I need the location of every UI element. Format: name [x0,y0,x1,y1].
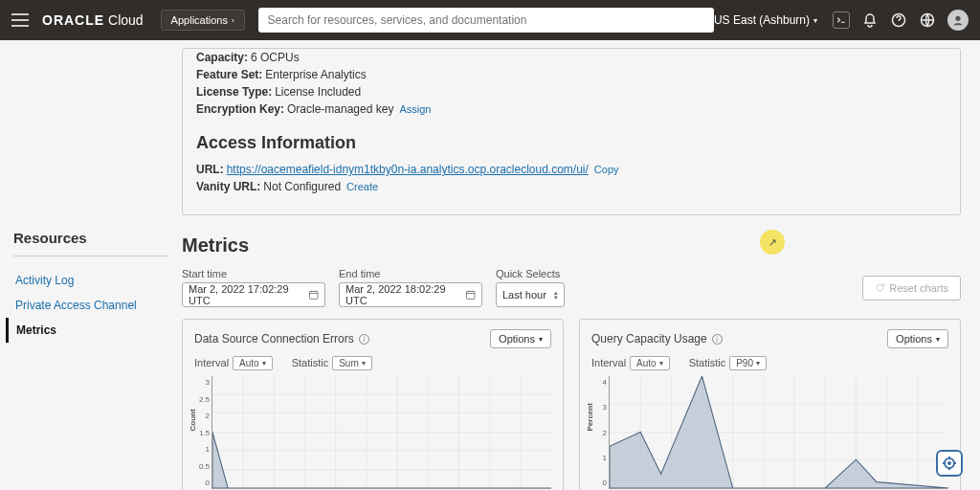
create-vanity-link[interactable]: Create [346,181,378,192]
license-row: License Type:License Included [183,83,960,100]
url-row: URL:https://oacemeafield-idnym1tkby0n-ia… [183,161,960,178]
svg-rect-4 [466,291,475,299]
menu-icon[interactable] [11,13,29,27]
info-icon[interactable]: i [712,334,723,345]
statistic-label: Statistic [689,357,726,368]
instance-url-link[interactable]: https://oacemeafield-idnym1tkby0n-ia.ana… [227,163,589,176]
sidebar-item-private-access[interactable]: Private Access Channel [13,293,168,318]
help-icon[interactable] [890,11,907,29]
chevron-down-icon: ▾ [936,335,940,344]
calendar-icon [308,289,319,301]
chevron-down-icon: ▾ [539,335,543,344]
encryption-row: Encryption Key:Oracle-managed keyAssign [183,100,960,118]
chart2-options-button[interactable]: Options▾ [887,329,948,348]
brand-logo: ORACLE Cloud [42,12,144,28]
svg-point-34 [947,461,951,465]
chart2-interval-select[interactable]: Auto▾ [630,356,670,370]
statistic-label: Statistic [292,357,329,368]
reset-charts-button[interactable]: Reset charts [862,276,961,301]
cloud-shell-icon[interactable] [833,11,850,29]
bell-icon[interactable] [861,11,879,29]
help-fab[interactable] [936,450,963,477]
search-input[interactable] [258,8,714,33]
metrics-heading: Metrics [182,234,961,256]
chart1-interval-select[interactable]: Auto▾ [233,356,273,370]
interval-label: Interval [194,357,229,368]
assign-link[interactable]: Assign [399,103,431,115]
cursor-highlight [760,230,785,255]
info-icon[interactable]: i [359,334,369,345]
chart-query-capacity: Query Capacity Usagei Options▾ IntervalA… [579,319,961,490]
sidebar: Resources Activity Log Private Access Ch… [0,40,182,490]
region-selector[interactable]: US East (Ashburn)▾ [714,13,817,27]
chart2-statistic-select[interactable]: P90▾ [729,356,767,370]
chart-data-source-errors: Data Source Connection Errorsi Options▾ … [182,319,564,490]
end-time-input[interactable]: Mar 2, 2022 18:02:29 UTC [339,282,482,307]
globe-icon[interactable] [919,11,936,29]
sidebar-item-metrics[interactable]: Metrics [6,318,168,343]
chart1-title: Data Source Connection Errors [194,332,354,345]
calendar-icon [465,289,476,301]
chart1-ylabel: Count [189,409,197,431]
chart1-plot-area[interactable]: 17:0517:1017:1517:2017:2517:3017:3517:40… [212,376,551,489]
chart2-plot-area[interactable]: 17:0517:1017:1517:2017:2517:3017:3517:40… [609,376,948,489]
spinner-icon: ▴▾ [554,290,558,300]
start-time-input[interactable]: Mar 2, 2022 17:02:29 UTC [182,282,325,307]
profile-avatar[interactable] [947,10,969,31]
end-time-label: End time [339,268,482,279]
chevron-right-icon: › [232,16,234,25]
chart1-options-button[interactable]: Options▾ [490,329,551,348]
svg-rect-3 [309,291,318,299]
chart1-yaxis: 32.521.510.50 [194,376,212,490]
chart2-ylabel: Percent [586,403,594,431]
access-info-heading: Access Information [183,118,960,161]
quick-selects-input[interactable]: Last hour▴▾ [496,282,565,307]
start-time-label: Start time [182,268,325,279]
capacity-row: Capacity:6 OCPUs [183,49,960,66]
quick-selects-label: Quick Selects [496,268,565,279]
feature-row: Feature Set:Enterprise Analytics [183,66,960,83]
applications-button[interactable]: Applications› [161,10,245,31]
chart2-yaxis: 43210 [591,376,609,490]
copy-link[interactable]: Copy [594,164,619,175]
vanity-row: Vanity URL:Not ConfiguredCreate [183,178,960,195]
main-content: Capacity:6 OCPUs Feature Set:Enterprise … [182,40,980,490]
charts-row: Data Source Connection Errorsi Options▾ … [182,319,961,490]
metrics-controls: Start time Mar 2, 2022 17:02:29 UTC End … [182,268,961,307]
refresh-icon [875,282,885,293]
sidebar-item-activity-log[interactable]: Activity Log [13,268,168,293]
search-input-wrap [258,8,714,33]
svg-point-2 [955,16,960,21]
interval-label: Interval [591,357,626,368]
top-nav: ORACLE Cloud Applications› US East (Ashb… [0,0,980,40]
chart2-title: Query Capacity Usage [591,332,707,345]
instance-details-card: Capacity:6 OCPUs Feature Set:Enterprise … [182,48,961,215]
sidebar-heading: Resources [13,230,168,246]
chevron-down-icon: ▾ [813,16,817,25]
chart1-statistic-select[interactable]: Sum▾ [332,356,372,370]
